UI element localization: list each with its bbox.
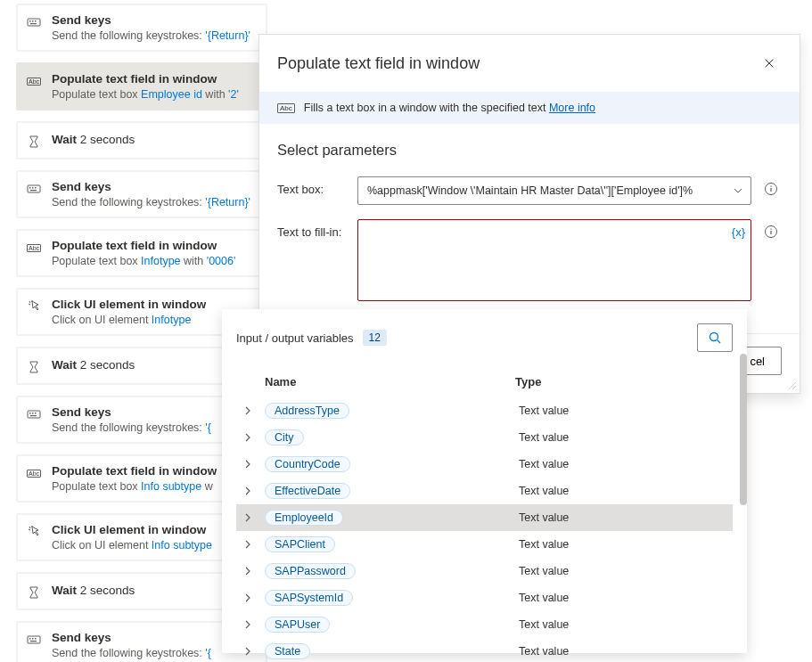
variables-heading: Input / output variables <box>236 331 354 345</box>
variable-row[interactable]: AddressTypeText value <box>236 397 733 424</box>
resize-grip[interactable] <box>786 380 797 390</box>
search-icon <box>708 331 722 345</box>
keyboard-icon <box>27 407 41 421</box>
click-icon <box>27 525 41 539</box>
variable-type: Text value <box>519 431 733 444</box>
keyboard-icon <box>27 633 41 647</box>
expand-icon[interactable] <box>243 433 261 442</box>
step-body: Wait 2 seconds <box>52 132 135 148</box>
info-icon <box>764 225 778 239</box>
variable-row[interactable]: SAPSystemIdText value <box>236 584 733 611</box>
variable-row[interactable]: SAPPasswordText value <box>236 558 733 584</box>
keyboard-icon <box>27 182 41 196</box>
expand-icon[interactable] <box>243 593 261 602</box>
variables-count-badge: 12 <box>363 330 387 346</box>
textbox-param-label: Text box: <box>277 176 345 196</box>
variable-row[interactable]: EffectiveDateText value <box>236 478 733 504</box>
variable-chip: AddressType <box>265 403 349 419</box>
variable-chip: SAPUser <box>265 617 330 633</box>
keyboard-icon <box>27 15 41 29</box>
step-body: Send keysSend the following keystrokes: … <box>52 179 250 209</box>
expand-icon[interactable] <box>243 620 261 629</box>
abc-icon: Abc <box>277 103 295 113</box>
step-body: Wait 2 seconds <box>52 357 135 373</box>
step-body: Wait 2 seconds <box>52 583 135 599</box>
step-body: Send keysSend the following keystrokes: … <box>52 630 211 660</box>
variable-type: Text value <box>519 618 733 631</box>
more-info-link[interactable]: More info <box>549 102 595 114</box>
abc-icon: Abc <box>27 241 41 255</box>
expand-icon[interactable] <box>243 647 261 656</box>
variable-type: Text value <box>519 458 733 470</box>
expand-icon[interactable] <box>243 486 261 495</box>
scrollbar-thumb[interactable] <box>740 354 747 505</box>
variables-search-button[interactable] <box>697 323 733 352</box>
dialog-close-button[interactable] <box>757 51 782 76</box>
abc-icon: Abc <box>27 74 41 88</box>
step-item[interactable]: AbcPopulate text field in windowPopulate… <box>16 229 267 277</box>
expand-icon[interactable] <box>243 406 261 415</box>
textbox-selector-value: %appmask['Window \'Maintain HR Master Da… <box>367 184 693 197</box>
dialog-info-text: Fills a text box in a window with the sp… <box>304 102 549 114</box>
close-icon <box>763 57 775 69</box>
variable-row[interactable]: SAPUserText value <box>236 611 733 638</box>
expand-icon[interactable] <box>243 567 261 576</box>
variable-type: Text value <box>519 538 733 551</box>
variables-header-row: Name Type <box>236 372 733 397</box>
insert-variable-button[interactable]: {x} <box>732 225 745 239</box>
abc-icon: Abc <box>27 466 41 480</box>
fillin-info-button[interactable] <box>764 219 782 239</box>
info-icon <box>764 182 778 196</box>
variable-row[interactable]: SAPClientText value <box>236 531 733 558</box>
variable-type: Text value <box>519 511 733 524</box>
variables-scrollbar[interactable] <box>740 354 747 541</box>
col-type-header: Type <box>515 375 729 388</box>
variable-type: Text value <box>519 592 733 604</box>
expand-icon[interactable] <box>243 460 261 469</box>
click-icon <box>27 299 41 314</box>
step-body: Send keysSend the following keystrokes: … <box>52 405 211 435</box>
wait-icon <box>27 585 41 600</box>
variable-chip: SAPClient <box>265 536 335 552</box>
step-item[interactable]: AbcPopulate text field in windowPopulate… <box>16 62 267 110</box>
resize-icon <box>786 380 797 390</box>
variables-panel: Input / output variables 12 Name Type Ad… <box>222 309 747 653</box>
fillin-param-label: Text to fill-in: <box>277 219 345 239</box>
variable-chip: EmployeeId <box>265 510 343 526</box>
step-item[interactable]: Wait 2 seconds <box>16 121 267 159</box>
variable-chip: State <box>265 643 310 659</box>
dialog-title: Populate text field in window <box>277 54 480 73</box>
variable-type: Text value <box>519 565 733 577</box>
expand-icon[interactable] <box>243 513 261 522</box>
variable-chip: SAPSystemId <box>265 590 353 606</box>
variable-row[interactable]: StateText value <box>236 638 733 662</box>
variables-list: AddressTypeText valueCityText valueCount… <box>236 397 733 662</box>
step-item[interactable]: Send keysSend the following keystrokes: … <box>16 4 267 52</box>
select-parameters-heading: Select parameters <box>277 142 782 159</box>
variable-chip: City <box>265 429 304 445</box>
variable-row[interactable]: CountryCodeText value <box>236 451 733 478</box>
variable-row[interactable]: CityText value <box>236 424 733 451</box>
col-name-header: Name <box>265 375 515 388</box>
variable-type: Text value <box>519 645 733 658</box>
wait-icon <box>27 135 41 149</box>
step-body: Populate text field in windowPopulate te… <box>52 238 235 268</box>
expand-icon[interactable] <box>243 540 261 549</box>
chevron-down-icon <box>733 185 743 196</box>
variable-type: Text value <box>519 405 733 417</box>
textbox-info-button[interactable] <box>764 176 782 196</box>
step-body: Populate text field in windowPopulate te… <box>52 71 239 102</box>
step-body: Populate text field in windowPopulate te… <box>52 463 217 494</box>
step-item[interactable]: Send keysSend the following keystrokes: … <box>16 170 267 218</box>
variable-row[interactable]: EmployeeIdText value <box>236 504 733 531</box>
variable-chip: CountryCode <box>265 456 350 472</box>
fillin-textarea[interactable]: {x} <box>357 219 751 301</box>
variable-type: Text value <box>519 485 733 497</box>
dialog-info-strip: Abc Fills a text box in a window with th… <box>259 92 800 124</box>
step-body: Click UI element in windowClick on UI el… <box>52 297 206 327</box>
textbox-selector[interactable]: %appmask['Window \'Maintain HR Master Da… <box>357 176 751 205</box>
step-body: Send keysSend the following keystrokes: … <box>52 12 250 43</box>
variable-chip: EffectiveDate <box>265 483 350 499</box>
variable-chip: SAPPassword <box>265 563 356 579</box>
wait-icon <box>27 360 41 374</box>
